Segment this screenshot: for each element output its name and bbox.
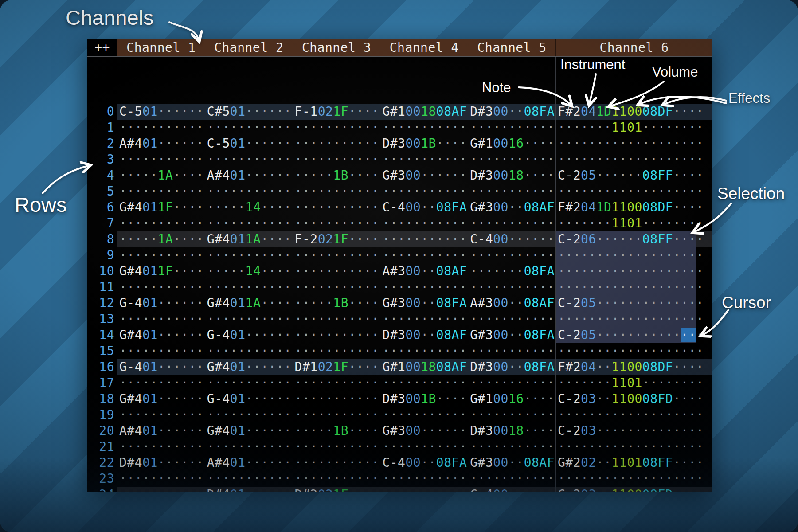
pattern-cell-ch6[interactable]: C-206······08FF···· [555,231,712,247]
pattern-cell-ch4[interactable]: ··········· [380,375,468,391]
channel-header-2[interactable]: Channel 2 [205,39,293,56]
pattern-cell-ch3[interactable]: ··········· [293,375,380,391]
pattern-cell-ch1[interactable]: ··········· [117,439,205,455]
pattern-cell-ch5[interactable]: A#300··08AF [468,295,555,311]
pattern-cell-ch3[interactable]: ··········· [293,327,380,343]
pattern-cell-ch4[interactable]: D#3001B···· [380,136,468,152]
pattern-row-24[interactable]: 24···········D#401······D#2021F·········… [87,487,712,492]
pattern-row-15[interactable]: 15······································… [87,343,712,359]
pattern-cell-ch1[interactable]: ··········· [117,311,205,327]
channel-header-6[interactable]: Channel 6 [555,39,712,56]
pattern-cell-ch4[interactable]: ··········· [380,439,468,455]
pattern-row-9[interactable]: 9·······································… [87,247,712,263]
pattern-cell-ch3[interactable]: F-1021F···· [293,104,380,120]
pattern-cell-ch2[interactable]: C#501······ [205,104,293,120]
pattern-cell-ch3[interactable]: ··········· [293,152,380,168]
pattern-cell-ch2[interactable]: C-501······ [205,136,293,152]
pattern-cell-ch4[interactable]: D#3001B···· [380,391,468,407]
pattern-row-2[interactable]: 2A#401······C-501·················D#3001… [87,136,712,152]
pattern-cell-ch2[interactable]: G#401······ [205,423,293,439]
pattern-cell-ch3[interactable]: D#1021F···· [293,359,380,375]
pattern-cell-ch5[interactable]: ··········· [468,407,555,423]
pattern-cell-ch5[interactable]: ··········· [468,439,555,455]
pattern-cell-ch1[interactable]: ··········· [117,247,205,263]
pattern-cell-ch4[interactable]: ··········· [380,215,468,231]
pattern-cell-ch4[interactable]: ··········· [380,311,468,327]
pattern-cell-ch5[interactable]: ··········· [468,471,555,487]
pattern-row-7[interactable]: 7·······································… [87,215,712,231]
pattern-cell-ch1[interactable]: A#401······ [117,136,205,152]
pattern-row-20[interactable]: 20A#401······G#401···········1B····G#300… [87,423,712,439]
pattern-cell-ch3[interactable]: ·····1B···· [293,295,380,311]
pattern-cell-ch6[interactable]: F#2041D110008DF···· [555,104,712,120]
pattern-cell-ch2[interactable]: ··········· [205,152,293,168]
pattern-cell-ch5[interactable]: D#300··08FA [468,359,555,375]
pattern-cell-ch5[interactable]: ··········· [468,375,555,391]
pattern-cell-ch4[interactable]: G#1001808AF [380,104,468,120]
pattern-cell-ch2[interactable]: ·····14···· [205,263,293,279]
pattern-row-13[interactable]: 13······································… [87,311,712,327]
pattern-cell-ch4[interactable]: ··········· [380,120,468,136]
pattern-cell-ch6[interactable]: ··················· [555,263,712,279]
pattern-cell-ch4[interactable]: C-400··08FA [380,200,468,215]
pattern-cell-ch3[interactable]: ·····1B···· [293,423,380,439]
pattern-cell-ch1[interactable]: C-501······ [117,104,205,120]
pattern-cell-ch1[interactable]: G#401······ [117,327,205,343]
pattern-cell-ch6[interactable]: G#202··110108FF···· [555,455,712,471]
pattern-cell-ch5[interactable]: ··········· [468,343,555,359]
pattern-cell-ch3[interactable]: D#2021F···· [293,487,380,492]
pattern-cell-ch5[interactable]: G#10016···· [468,391,555,407]
pattern-row-11[interactable]: 11······································… [87,279,712,295]
pattern-cell-ch2[interactable]: ··········· [205,471,293,487]
pattern-cell-ch2[interactable]: A#401······ [205,455,293,471]
pattern-cell-ch1[interactable]: G#4011F···· [117,200,205,215]
pattern-cell-ch6[interactable]: F#2041D110008DF···· [555,200,712,215]
pattern-cell-ch2[interactable]: ··········· [205,279,293,295]
pattern-cell-ch4[interactable]: ··········· [380,471,468,487]
pattern-cell-ch3[interactable]: ··········· [293,215,380,231]
pattern-cell-ch6[interactable]: C-205······08FF···· [555,168,712,184]
pattern-row-4[interactable]: 4·····1A····A#401···········1B····G#300·… [87,168,712,184]
pattern-row-8[interactable]: 8·····1A····G#4011A····F-2021F··········… [87,231,712,247]
pattern-cell-ch6[interactable]: C-205·············· [555,327,712,343]
pattern-cell-ch3[interactable]: ··········· [293,184,380,200]
pattern-cell-ch2[interactable]: G#401······ [205,359,293,375]
pattern-cell-ch5[interactable]: ··········· [468,184,555,200]
pattern-cell-ch1[interactable]: ··········· [117,120,205,136]
pattern-cell-ch3[interactable]: ··········· [293,439,380,455]
pattern-cell-ch1[interactable]: G-401······ [117,359,205,375]
pattern-cell-ch3[interactable]: ··········· [293,279,380,295]
pattern-cell-ch6[interactable]: ··················· [555,471,712,487]
pattern-cell-ch5[interactable]: ··········· [468,215,555,231]
pattern-cell-ch4[interactable]: ··········· [380,231,468,247]
pattern-cell-ch1[interactable]: G-401······ [117,295,205,311]
pattern-cell-ch2[interactable]: ··········· [205,120,293,136]
pattern-cell-ch2[interactable]: ··········· [205,343,293,359]
pattern-row-22[interactable]: 22D#401······A#401·················C-400… [87,455,712,471]
pattern-cell-ch2[interactable]: ·····14···· [205,200,293,215]
pattern-row-10[interactable]: 10G#4011F·········14···············A#300… [87,263,712,279]
pattern-row-17[interactable]: 17······································… [87,375,712,391]
pattern-cell-ch1[interactable]: ··········· [117,487,205,492]
pattern-cell-ch5[interactable]: ··········· [468,120,555,136]
pattern-cell-ch6[interactable]: C-203··110008FD···· [555,391,712,407]
pattern-cell-ch5[interactable]: C-400······ [468,231,555,247]
pattern-row-3[interactable]: 3·······································… [87,152,712,168]
pattern-cell-ch6[interactable]: F#204··110008DF···· [555,359,712,375]
pattern-cell-ch4[interactable]: D#300··08AF [380,327,468,343]
pattern-row-16[interactable]: 16G-401······G#401······D#1021F····G#100… [87,359,712,375]
channel-header-5[interactable]: Channel 5 [468,39,555,56]
pattern-cell-ch2[interactable]: G#4011A···· [205,295,293,311]
pattern-cell-ch6[interactable]: ··················· [555,279,712,295]
pattern-cell-ch4[interactable]: G#300······ [380,423,468,439]
pattern-cell-ch4[interactable]: C-400··08FA [380,455,468,471]
pattern-row-0[interactable]: 0C-501······C#501······F-1021F····G#1001… [87,104,712,120]
pattern-cell-ch5[interactable]: D#30018···· [468,168,555,184]
pattern-cell-ch2[interactable]: ··········· [205,439,293,455]
pattern-row-21[interactable]: 21······································… [87,439,712,455]
pattern-cell-ch6[interactable]: ··················· [555,247,712,263]
pattern-cell-ch5[interactable]: G#10016···· [468,136,555,152]
pattern-cell-ch3[interactable]: ··········· [293,120,380,136]
pattern-cell-ch6[interactable]: ·······1101········ [555,120,712,136]
pattern-cell-ch2[interactable]: ··········· [205,215,293,231]
